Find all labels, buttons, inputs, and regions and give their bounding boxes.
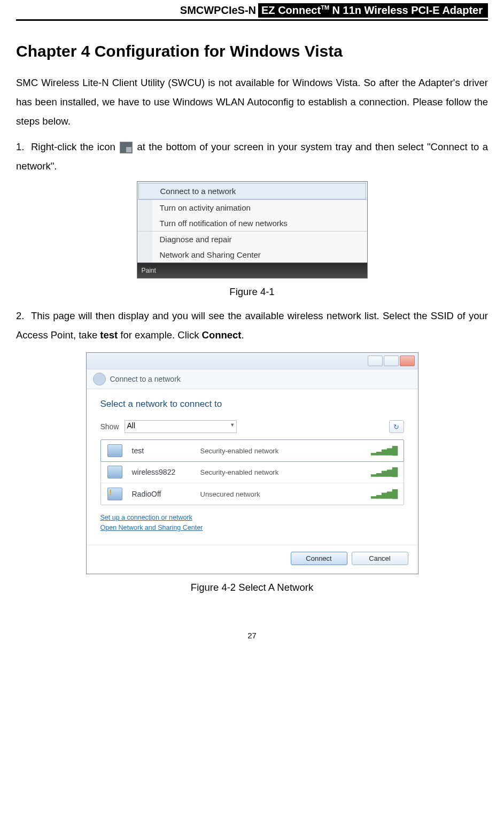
network-security: Security-enabled network xyxy=(200,447,361,455)
network-item-wireless9822[interactable]: wireless9822 Security-enabled network ▂▃… xyxy=(101,461,404,483)
back-button[interactable] xyxy=(93,373,106,385)
network-security: Security-enabled network xyxy=(200,468,361,476)
signal-icon: ▂▃▅▆█ xyxy=(371,446,397,455)
context-menu: Connect to a network Turn on activity an… xyxy=(137,183,367,262)
taskbar-app: Paint xyxy=(142,267,156,274)
menu-item-diagnose[interactable]: Diagnose and repair xyxy=(152,231,367,247)
signal-icon: ▂▃▅▆█ xyxy=(371,467,397,477)
network-list: test Security-enabled network ▂▃▅▆█ wire… xyxy=(100,439,404,505)
step-2: 2.This page will then display and you wi… xyxy=(16,306,488,345)
minimize-button[interactable] xyxy=(368,356,383,366)
network-icon xyxy=(107,466,122,478)
figure-4-1: Connect to a network Turn on activity an… xyxy=(137,181,368,279)
menu-item-animation[interactable]: Turn on activity animation xyxy=(152,200,367,215)
window-titlebar xyxy=(87,353,418,369)
show-label: Show xyxy=(100,422,119,431)
connect-button[interactable]: Connect xyxy=(291,552,347,565)
chapter-intro: SMC Wireless Lite-N Client Utility (SWCU… xyxy=(16,73,488,131)
menu-item-notification[interactable]: Turn off notification of new networks xyxy=(152,215,367,231)
network-item-test[interactable]: test Security-enabled network ▂▃▅▆█ xyxy=(100,439,404,462)
network-ssid: wireless9822 xyxy=(132,468,191,476)
network-ssid: RadioOff xyxy=(132,490,191,498)
maximize-button[interactable] xyxy=(384,356,399,366)
network-ssid: test xyxy=(132,446,191,455)
close-button[interactable] xyxy=(400,356,415,366)
network-icon xyxy=(107,488,122,500)
footer-links: Set up a connection or network Open Netw… xyxy=(100,513,404,533)
chapter-title: Chapter 4 Configuration for Windows Vist… xyxy=(16,42,488,60)
page-header: SMCWPCIeS-N EZ ConnectTM N 11n Wireless … xyxy=(16,0,488,21)
dialog-heading: Select a network to connect to xyxy=(100,399,404,410)
taskbar: Paint xyxy=(137,262,367,278)
link-setup-connection[interactable]: Set up a connection or network xyxy=(100,513,404,523)
figure-4-2-caption: Figure 4-2 Select A Network xyxy=(16,582,488,593)
menu-item-sharing-center[interactable]: Network and Sharing Center xyxy=(152,247,367,262)
page-number: 27 xyxy=(16,631,488,640)
figure-4-1-caption: Figure 4-1 xyxy=(16,286,488,298)
header-product: EZ ConnectTM N 11n Wireless PCI-E Adapte… xyxy=(258,3,488,18)
network-icon xyxy=(107,444,122,457)
header-model: SMCWPCIeS-N xyxy=(180,4,258,17)
menu-item-connect[interactable]: Connect to a network xyxy=(138,183,366,199)
breadcrumb-text: Connect to a network xyxy=(110,375,181,383)
link-sharing-center[interactable]: Open Network and Sharing Center xyxy=(100,523,404,533)
breadcrumb-bar: Connect to a network xyxy=(87,369,418,389)
network-security: Unsecured network xyxy=(200,490,361,498)
show-dropdown[interactable]: All xyxy=(125,420,237,433)
network-item-radiooff[interactable]: RadioOff Unsecured network ▂▃▅▆█ xyxy=(101,483,404,505)
step-1: 1.Right-click the icon at the bottom of … xyxy=(16,137,488,176)
cancel-button[interactable]: Cancel xyxy=(352,552,408,565)
signal-icon: ▂▃▅▆█ xyxy=(371,489,397,499)
refresh-button[interactable]: ↻ xyxy=(389,420,404,433)
figure-4-2-window: Connect to a network Select a network to… xyxy=(86,352,418,574)
tray-network-icon xyxy=(120,142,133,153)
